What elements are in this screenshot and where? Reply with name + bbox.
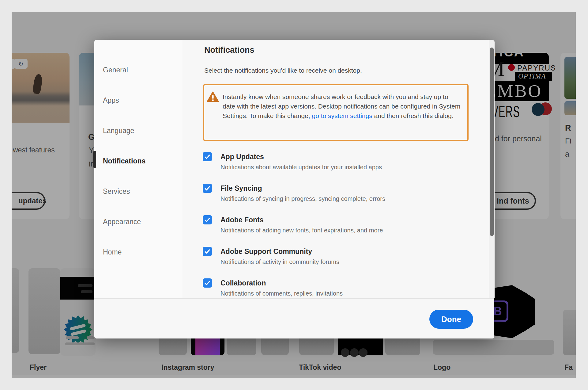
sidebar-item-services[interactable]: Services bbox=[103, 186, 130, 197]
selected-item-indicator bbox=[93, 151, 96, 168]
dialog-scrollbar-track[interactable] bbox=[489, 40, 495, 298]
sidebar-item-appearance[interactable]: Appearance bbox=[103, 216, 141, 227]
dialog-scrollbar-thumb[interactable] bbox=[490, 48, 494, 236]
app-updates-checkbox[interactable] bbox=[203, 152, 212, 161]
sidebar-item-label: Appearance bbox=[103, 218, 141, 226]
sidebar-item-general[interactable]: General bbox=[103, 64, 128, 75]
option-row-collaboration: Collaboration Notifications of comments,… bbox=[203, 278, 472, 300]
warning-triangle-icon bbox=[207, 91, 219, 102]
sidebar-item-language[interactable]: Language bbox=[103, 125, 134, 136]
file-syncing-checkbox[interactable] bbox=[203, 184, 212, 193]
desktop-notifications-warning: Instantly know when someone shares work … bbox=[203, 84, 469, 141]
sidebar-item-label: Notifications bbox=[103, 157, 145, 165]
option-description: Notifications of adding new fonts, font … bbox=[221, 227, 383, 234]
preferences-sidebar: General Apps Language Notifications Serv… bbox=[94, 40, 182, 298]
option-label: App Updates bbox=[221, 153, 264, 161]
option-description: Notifications of activity in community f… bbox=[221, 258, 339, 266]
option-row-app-updates: App Updates Notifications about availabl… bbox=[203, 152, 472, 174]
option-description: Notifications of comments, replies, invi… bbox=[221, 290, 343, 297]
option-description: Notifications about available updates fo… bbox=[221, 164, 382, 171]
sidebar-item-label: Language bbox=[103, 127, 134, 135]
adobe-support-community-checkbox[interactable] bbox=[203, 247, 212, 256]
option-description: Notifications of syncing in progress, sy… bbox=[221, 195, 385, 202]
option-label: Collaboration bbox=[221, 279, 266, 287]
warning-text-after: and then refresh this dialog. bbox=[372, 112, 454, 119]
sidebar-item-label: Home bbox=[103, 248, 122, 256]
option-row-adobe-support-community: Adobe Support Community Notifications of… bbox=[203, 247, 472, 269]
adobe-fonts-checkbox[interactable] bbox=[203, 215, 212, 224]
sidebar-item-label: Apps bbox=[103, 96, 119, 105]
warning-message: Instantly know when someone shares work … bbox=[223, 92, 461, 120]
option-label: Adobe Fonts bbox=[221, 216, 264, 224]
dialog-footer: Done bbox=[94, 298, 494, 338]
option-row-file-syncing: File Syncing Notifications of syncing in… bbox=[203, 184, 472, 206]
option-row-adobe-fonts: Adobe Fonts Notifications of adding new … bbox=[203, 215, 472, 237]
option-label: Adobe Support Community bbox=[221, 247, 312, 256]
done-button[interactable]: Done bbox=[429, 310, 473, 329]
sidebar-item-label: General bbox=[103, 66, 128, 74]
option-label: File Syncing bbox=[221, 184, 262, 193]
sidebar-item-apps[interactable]: Apps bbox=[103, 95, 119, 106]
sidebar-item-home[interactable]: Home bbox=[103, 247, 122, 258]
collaboration-checkbox[interactable] bbox=[203, 278, 212, 288]
go-to-system-settings-link[interactable]: go to system settings bbox=[312, 112, 372, 119]
preferences-dialog: General Apps Language Notifications Serv… bbox=[94, 40, 494, 338]
sidebar-item-notifications[interactable]: Notifications bbox=[103, 155, 145, 166]
page-subtitle: Select the notifications you’d like to r… bbox=[204, 67, 362, 74]
sidebar-item-label: Services bbox=[103, 187, 130, 196]
page-title: Notifications bbox=[204, 45, 254, 55]
